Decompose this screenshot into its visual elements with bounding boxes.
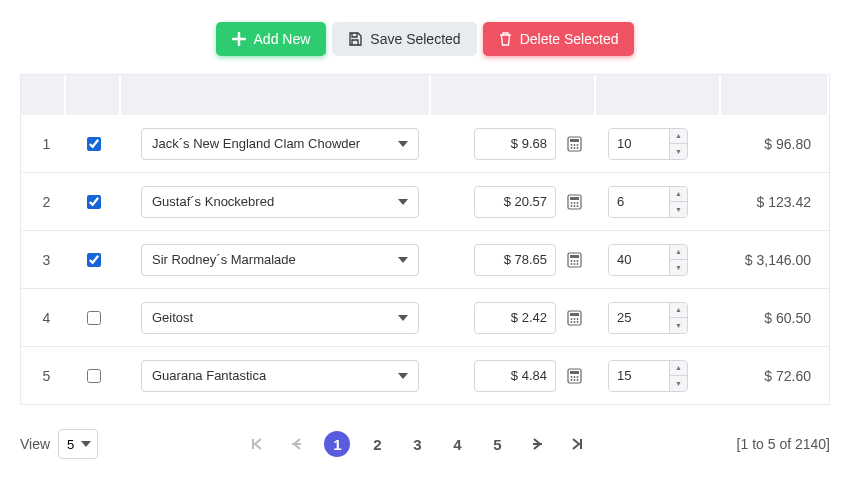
svg-rect-25 (570, 313, 579, 316)
svg-rect-1 (570, 139, 579, 142)
table-header (21, 75, 829, 115)
quantity-down-button[interactable]: ▼ (670, 376, 687, 391)
quantity-up-button[interactable]: ▲ (670, 245, 687, 261)
product-select[interactable]: Gustaf´s Knockebred (141, 186, 419, 218)
svg-point-31 (576, 321, 578, 323)
delete-selected-label: Delete Selected (520, 31, 619, 47)
product-select[interactable]: Sir Rodney´s Marmalade (141, 244, 419, 276)
quantity-down-button[interactable]: ▼ (670, 144, 687, 159)
price-input[interactable] (474, 128, 556, 160)
row-checkbox[interactable] (87, 253, 101, 267)
toolbar: Add New Save Selected Delete Selected (0, 0, 850, 74)
row-number: 3 (21, 252, 66, 268)
svg-point-13 (570, 205, 572, 207)
price-input[interactable] (474, 186, 556, 218)
svg-point-11 (573, 202, 575, 204)
save-selected-button[interactable]: Save Selected (332, 22, 476, 56)
next-page-button[interactable] (524, 431, 550, 457)
quantity-input[interactable] (609, 129, 669, 159)
svg-point-29 (570, 321, 572, 323)
svg-point-39 (576, 379, 578, 381)
calculator-icon[interactable] (564, 308, 584, 328)
quantity-input[interactable] (609, 361, 669, 391)
header-product (121, 75, 431, 115)
product-select[interactable]: Guarana Fantastica (141, 360, 419, 392)
table-row: 4 Geitost ▲ ▼ $ 60.50 (21, 289, 829, 347)
quantity-up-button[interactable]: ▲ (670, 361, 687, 377)
svg-point-26 (570, 318, 572, 320)
page-button-5[interactable]: 5 (484, 431, 510, 457)
svg-point-2 (570, 144, 572, 146)
svg-point-27 (573, 318, 575, 320)
svg-point-10 (570, 202, 572, 204)
delete-selected-button[interactable]: Delete Selected (483, 22, 635, 56)
calculator-icon[interactable] (564, 134, 584, 154)
first-page-button[interactable] (244, 431, 270, 457)
page-button-1[interactable]: 1 (324, 431, 350, 457)
table-row: 3 Sir Rodney´s Marmalade ▲ ▼ $ 3,146 (21, 231, 829, 289)
svg-point-3 (573, 144, 575, 146)
row-total: $ 60.50 (721, 310, 829, 326)
table-row: 1 Jack´s New England Clam Chowder ▲ ▼ (21, 115, 829, 173)
quantity-up-button[interactable]: ▲ (670, 303, 687, 319)
product-select[interactable]: Geitost (141, 302, 419, 334)
header-quantity (596, 75, 721, 115)
row-number: 5 (21, 368, 66, 384)
svg-point-21 (570, 263, 572, 265)
quantity-down-button[interactable]: ▼ (670, 202, 687, 217)
table-row: 2 Gustaf´s Knockebred ▲ ▼ $ 123.42 (21, 173, 829, 231)
quantity-input[interactable] (609, 245, 669, 275)
price-input[interactable] (474, 244, 556, 276)
data-table: 1 Jack´s New England Clam Chowder ▲ ▼ (20, 74, 830, 405)
row-checkbox[interactable] (87, 369, 101, 383)
calculator-icon[interactable] (564, 250, 584, 270)
product-select[interactable]: Jack´s New England Clam Chowder (141, 128, 419, 160)
pager: 12345 (244, 431, 590, 457)
view-select[interactable]: 5 (58, 429, 98, 459)
svg-rect-9 (570, 197, 579, 200)
add-new-button[interactable]: Add New (216, 22, 327, 56)
header-number (21, 75, 66, 115)
row-checkbox[interactable] (87, 195, 101, 209)
header-checkbox (66, 75, 121, 115)
view-control: View 5 (20, 429, 98, 459)
quantity-up-button[interactable]: ▲ (670, 129, 687, 145)
row-checkbox[interactable] (87, 137, 101, 151)
svg-point-18 (570, 260, 572, 262)
svg-point-19 (573, 260, 575, 262)
calculator-icon[interactable] (564, 366, 584, 386)
price-input[interactable] (474, 302, 556, 334)
svg-point-12 (576, 202, 578, 204)
price-input[interactable] (474, 360, 556, 392)
plus-icon (232, 32, 246, 46)
svg-point-22 (573, 263, 575, 265)
save-selected-label: Save Selected (370, 31, 460, 47)
quantity-up-button[interactable]: ▲ (670, 187, 687, 203)
svg-point-4 (576, 144, 578, 146)
svg-point-38 (573, 379, 575, 381)
row-number: 4 (21, 310, 66, 326)
row-total: $ 3,146.00 (721, 252, 829, 268)
quantity-down-button[interactable]: ▼ (670, 260, 687, 275)
svg-point-23 (576, 263, 578, 265)
prev-page-button[interactable] (284, 431, 310, 457)
quantity-down-button[interactable]: ▼ (670, 318, 687, 333)
calculator-icon[interactable] (564, 192, 584, 212)
page-button-4[interactable]: 4 (444, 431, 470, 457)
pager-status: [1 to 5 of 2140] (737, 436, 830, 452)
svg-point-34 (570, 376, 572, 378)
page-button-3[interactable]: 3 (404, 431, 430, 457)
svg-point-14 (573, 205, 575, 207)
last-page-button[interactable] (564, 431, 590, 457)
quantity-input[interactable] (609, 187, 669, 217)
table-row: 5 Guarana Fantastica ▲ ▼ $ 72.60 (21, 347, 829, 405)
row-checkbox[interactable] (87, 311, 101, 325)
quantity-input[interactable] (609, 303, 669, 333)
svg-point-20 (576, 260, 578, 262)
svg-point-6 (573, 147, 575, 149)
svg-rect-33 (570, 371, 579, 374)
row-number: 1 (21, 136, 66, 152)
page-button-2[interactable]: 2 (364, 431, 390, 457)
table-body: 1 Jack´s New England Clam Chowder ▲ ▼ (21, 115, 829, 405)
row-number: 2 (21, 194, 66, 210)
